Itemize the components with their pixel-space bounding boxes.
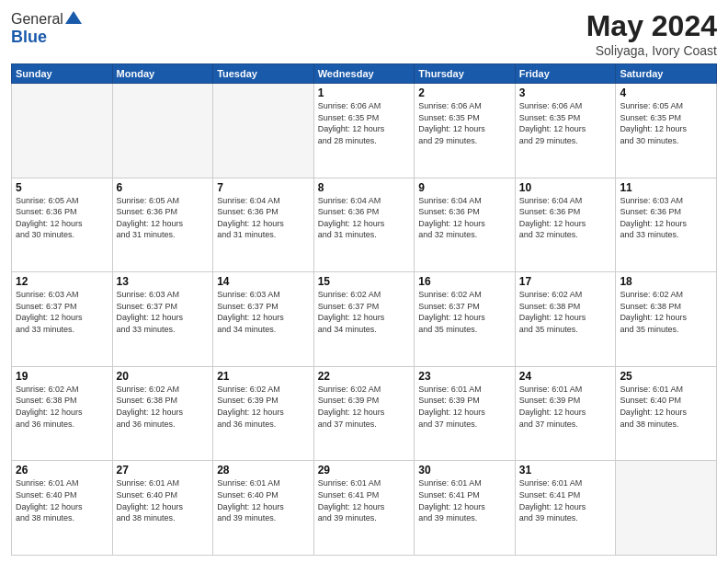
day-info: Sunrise: 6:03 AM Sunset: 6:36 PM Dayligh… <box>620 195 712 241</box>
day-number: 26 <box>16 464 108 477</box>
table-row: 24Sunrise: 6:01 AM Sunset: 6:39 PM Dayli… <box>515 366 616 461</box>
calendar-week-row: 5Sunrise: 6:05 AM Sunset: 6:36 PM Daylig… <box>12 178 717 272</box>
day-info: Sunrise: 6:03 AM Sunset: 6:37 PM Dayligh… <box>16 289 108 335</box>
day-number: 28 <box>217 464 310 477</box>
table-row: 26Sunrise: 6:01 AM Sunset: 6:40 PM Dayli… <box>12 461 113 556</box>
title-block: May 2024 Soliyaga, Ivory Coast <box>586 9 717 58</box>
day-info: Sunrise: 6:05 AM Sunset: 6:36 PM Dayligh… <box>16 195 108 241</box>
day-number: 21 <box>217 370 310 383</box>
day-number: 15 <box>318 275 411 288</box>
table-row: 14Sunrise: 6:03 AM Sunset: 6:37 PM Dayli… <box>213 272 314 367</box>
calendar-table: Sunday Monday Tuesday Wednesday Thursday… <box>11 63 717 556</box>
th-saturday: Saturday <box>616 64 717 84</box>
day-number: 25 <box>620 370 712 383</box>
header: General Blue May 2024 Soliyaga, Ivory Co… <box>11 9 717 58</box>
th-tuesday: Tuesday <box>213 64 314 84</box>
day-number: 24 <box>519 370 612 383</box>
table-row: 31Sunrise: 6:01 AM Sunset: 6:41 PM Dayli… <box>515 461 616 556</box>
table-row: 19Sunrise: 6:02 AM Sunset: 6:38 PM Dayli… <box>12 366 113 461</box>
table-row: 11Sunrise: 6:03 AM Sunset: 6:36 PM Dayli… <box>616 178 717 272</box>
day-number: 22 <box>318 370 411 383</box>
th-thursday: Thursday <box>415 64 516 84</box>
table-row: 18Sunrise: 6:02 AM Sunset: 6:38 PM Dayli… <box>616 272 717 367</box>
th-wednesday: Wednesday <box>313 64 415 84</box>
day-info: Sunrise: 6:01 AM Sunset: 6:41 PM Dayligh… <box>318 477 411 523</box>
table-row: 27Sunrise: 6:01 AM Sunset: 6:40 PM Dayli… <box>112 461 213 556</box>
weekday-header-row: Sunday Monday Tuesday Wednesday Thursday… <box>12 64 717 84</box>
logo-blue-text: Blue <box>11 28 47 47</box>
day-info: Sunrise: 6:01 AM Sunset: 6:40 PM Dayligh… <box>620 384 712 430</box>
table-row: 13Sunrise: 6:03 AM Sunset: 6:37 PM Dayli… <box>112 272 213 367</box>
day-number: 6 <box>117 181 210 194</box>
table-row: 25Sunrise: 6:01 AM Sunset: 6:40 PM Dayli… <box>616 366 717 461</box>
day-number: 12 <box>16 275 108 288</box>
day-info: Sunrise: 6:01 AM Sunset: 6:40 PM Dayligh… <box>217 477 310 523</box>
table-row: 2Sunrise: 6:06 AM Sunset: 6:35 PM Daylig… <box>415 84 516 178</box>
day-info: Sunrise: 6:02 AM Sunset: 6:38 PM Dayligh… <box>16 384 108 430</box>
table-row <box>12 84 113 178</box>
day-number: 10 <box>519 181 612 194</box>
day-info: Sunrise: 6:02 AM Sunset: 6:38 PM Dayligh… <box>117 384 210 430</box>
table-row: 9Sunrise: 6:04 AM Sunset: 6:36 PM Daylig… <box>415 178 516 272</box>
logo-triangle-icon <box>65 9 82 26</box>
day-number: 27 <box>117 464 210 477</box>
day-info: Sunrise: 6:03 AM Sunset: 6:37 PM Dayligh… <box>217 289 310 335</box>
day-number: 11 <box>620 181 712 194</box>
table-row <box>213 84 314 178</box>
table-row: 28Sunrise: 6:01 AM Sunset: 6:40 PM Dayli… <box>213 461 314 556</box>
day-number: 17 <box>519 275 612 288</box>
day-info: Sunrise: 6:06 AM Sunset: 6:35 PM Dayligh… <box>318 100 411 146</box>
day-number: 19 <box>16 370 108 383</box>
table-row: 12Sunrise: 6:03 AM Sunset: 6:37 PM Dayli… <box>12 272 113 367</box>
table-row: 8Sunrise: 6:04 AM Sunset: 6:36 PM Daylig… <box>313 178 415 272</box>
table-row: 20Sunrise: 6:02 AM Sunset: 6:38 PM Dayli… <box>112 366 213 461</box>
day-info: Sunrise: 6:01 AM Sunset: 6:39 PM Dayligh… <box>519 384 612 430</box>
table-row: 10Sunrise: 6:04 AM Sunset: 6:36 PM Dayli… <box>515 178 616 272</box>
th-friday: Friday <box>515 64 616 84</box>
day-info: Sunrise: 6:03 AM Sunset: 6:37 PM Dayligh… <box>117 289 210 335</box>
day-number: 3 <box>519 86 612 99</box>
th-sunday: Sunday <box>12 64 113 84</box>
day-number: 20 <box>117 370 210 383</box>
title-location: Soliyaga, Ivory Coast <box>586 43 717 58</box>
day-info: Sunrise: 6:04 AM Sunset: 6:36 PM Dayligh… <box>217 195 310 241</box>
day-info: Sunrise: 6:01 AM Sunset: 6:41 PM Dayligh… <box>519 477 612 523</box>
day-info: Sunrise: 6:01 AM Sunset: 6:41 PM Dayligh… <box>418 477 511 523</box>
day-info: Sunrise: 6:01 AM Sunset: 6:39 PM Dayligh… <box>418 384 511 430</box>
page: General Blue May 2024 Soliyaga, Ivory Co… <box>0 0 728 563</box>
day-info: Sunrise: 6:02 AM Sunset: 6:39 PM Dayligh… <box>318 384 411 430</box>
day-number: 29 <box>318 464 411 477</box>
table-row: 21Sunrise: 6:02 AM Sunset: 6:39 PM Dayli… <box>213 366 314 461</box>
day-info: Sunrise: 6:02 AM Sunset: 6:39 PM Dayligh… <box>217 384 310 430</box>
day-info: Sunrise: 6:06 AM Sunset: 6:35 PM Dayligh… <box>418 100 511 146</box>
day-number: 13 <box>117 275 210 288</box>
table-row: 22Sunrise: 6:02 AM Sunset: 6:39 PM Dayli… <box>313 366 415 461</box>
table-row: 1Sunrise: 6:06 AM Sunset: 6:35 PM Daylig… <box>313 84 415 178</box>
table-row: 6Sunrise: 6:05 AM Sunset: 6:36 PM Daylig… <box>112 178 213 272</box>
day-number: 16 <box>418 275 511 288</box>
day-number: 14 <box>217 275 310 288</box>
table-row: 16Sunrise: 6:02 AM Sunset: 6:37 PM Dayli… <box>415 272 516 367</box>
table-row <box>616 461 717 556</box>
table-row: 4Sunrise: 6:05 AM Sunset: 6:35 PM Daylig… <box>616 84 717 178</box>
day-info: Sunrise: 6:04 AM Sunset: 6:36 PM Dayligh… <box>418 195 511 241</box>
day-info: Sunrise: 6:06 AM Sunset: 6:35 PM Dayligh… <box>519 100 612 146</box>
table-row: 30Sunrise: 6:01 AM Sunset: 6:41 PM Dayli… <box>415 461 516 556</box>
table-row: 3Sunrise: 6:06 AM Sunset: 6:35 PM Daylig… <box>515 84 616 178</box>
day-info: Sunrise: 6:01 AM Sunset: 6:40 PM Dayligh… <box>16 477 108 523</box>
table-row <box>112 84 213 178</box>
table-row: 17Sunrise: 6:02 AM Sunset: 6:38 PM Dayli… <box>515 272 616 367</box>
day-number: 30 <box>418 464 511 477</box>
logo-general-text: General <box>11 11 63 28</box>
day-info: Sunrise: 6:05 AM Sunset: 6:36 PM Dayligh… <box>117 195 210 241</box>
day-info: Sunrise: 6:01 AM Sunset: 6:40 PM Dayligh… <box>117 477 210 523</box>
th-monday: Monday <box>112 64 213 84</box>
day-info: Sunrise: 6:02 AM Sunset: 6:37 PM Dayligh… <box>318 289 411 335</box>
table-row: 5Sunrise: 6:05 AM Sunset: 6:36 PM Daylig… <box>12 178 113 272</box>
day-info: Sunrise: 6:05 AM Sunset: 6:35 PM Dayligh… <box>620 100 712 146</box>
day-number: 18 <box>620 275 712 288</box>
day-number: 5 <box>16 181 108 194</box>
day-number: 1 <box>318 86 411 99</box>
day-number: 8 <box>318 181 411 194</box>
day-number: 7 <box>217 181 310 194</box>
